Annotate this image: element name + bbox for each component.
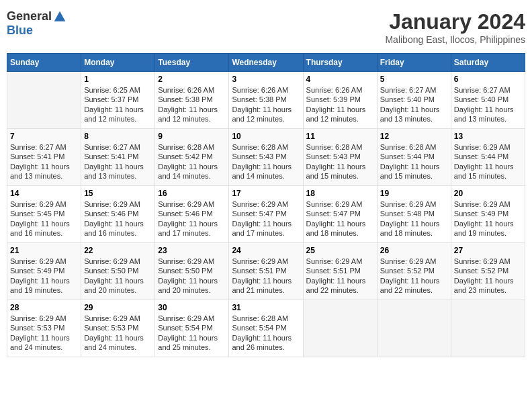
calendar-cell: 9Sunrise: 6:28 AMSunset: 5:42 PMDaylight… (155, 129, 229, 186)
day-info-line: Sunset: 5:44 PM (454, 152, 508, 161)
day-info-line: and 20 minutes. (84, 286, 136, 294)
day-info: Sunrise: 6:29 AMSunset: 5:50 PMDaylight:… (84, 257, 152, 295)
day-info-line: Sunrise: 6:29 AM (454, 257, 511, 265)
calendar-cell: 20Sunrise: 6:29 AMSunset: 5:49 PMDayligh… (451, 186, 525, 243)
day-info-line: Sunset: 5:39 PM (306, 95, 361, 103)
day-info: Sunrise: 6:29 AMSunset: 5:51 PMDaylight:… (306, 257, 374, 295)
day-info-line: Sunrise: 6:26 AM (158, 86, 214, 94)
month-title: January 2024 (385, 9, 525, 34)
calendar-cell: 25Sunrise: 6:29 AMSunset: 5:51 PMDayligh… (303, 243, 377, 300)
day-number: 9 (158, 132, 226, 141)
day-number: 1 (84, 75, 152, 84)
calendar-cell: 19Sunrise: 6:29 AMSunset: 5:48 PMDayligh… (377, 186, 451, 243)
day-info-line: Sunrise: 6:29 AM (232, 257, 288, 265)
day-info-line: Daylight: 11 hours (10, 277, 70, 285)
day-info-line: Daylight: 11 hours (158, 105, 218, 113)
day-info-line: Daylight: 11 hours (232, 105, 292, 113)
day-info-line: Sunrise: 6:29 AM (454, 143, 511, 151)
day-info-line: Daylight: 11 hours (232, 163, 292, 171)
day-info-line: Sunset: 5:46 PM (84, 210, 138, 218)
day-info-line: Sunset: 5:43 PM (232, 152, 286, 161)
calendar-cell: 1Sunrise: 6:25 AMSunset: 5:37 PMDaylight… (81, 72, 155, 129)
day-info-line: Sunset: 5:54 PM (232, 324, 286, 332)
logo-blue-text: Blue (7, 24, 33, 38)
day-info-line: and 19 minutes. (10, 286, 62, 294)
day-info-line: Sunset: 5:50 PM (158, 267, 212, 275)
day-info-line: and 18 minutes. (306, 229, 359, 237)
day-info: Sunrise: 6:29 AMSunset: 5:45 PMDaylight:… (10, 199, 78, 238)
day-info-line: Sunrise: 6:29 AM (10, 200, 66, 208)
day-number: 17 (232, 189, 300, 198)
day-info: Sunrise: 6:29 AMSunset: 5:49 PMDaylight:… (10, 257, 78, 295)
day-info-line: Sunrise: 6:29 AM (158, 200, 214, 208)
day-info-line: Sunset: 5:40 PM (454, 95, 508, 103)
day-info: Sunrise: 6:29 AMSunset: 5:46 PMDaylight:… (158, 199, 226, 238)
day-number: 15 (84, 189, 152, 198)
day-info-line: Sunset: 5:42 PM (158, 152, 212, 161)
day-info-line: Daylight: 11 hours (454, 163, 514, 171)
calendar-cell: 6Sunrise: 6:27 AMSunset: 5:40 PMDaylight… (451, 72, 525, 129)
day-info-line: Sunset: 5:49 PM (10, 267, 64, 275)
day-info-line: Sunset: 5:46 PM (158, 210, 212, 218)
calendar-cell: 10Sunrise: 6:28 AMSunset: 5:43 PMDayligh… (229, 129, 303, 186)
day-info-line: Sunrise: 6:26 AM (232, 86, 288, 94)
calendar-cell: 23Sunrise: 6:29 AMSunset: 5:50 PMDayligh… (155, 243, 229, 300)
calendar-cell: 28Sunrise: 6:29 AMSunset: 5:53 PMDayligh… (7, 300, 81, 357)
day-info-line: and 12 minutes. (158, 115, 210, 123)
calendar-cell: 31Sunrise: 6:28 AMSunset: 5:54 PMDayligh… (229, 300, 303, 357)
day-info-line: and 12 minutes. (306, 115, 359, 123)
day-info-line: Sunrise: 6:27 AM (84, 143, 140, 151)
day-info-line: and 12 minutes. (232, 115, 284, 123)
day-info-line: Sunrise: 6:29 AM (10, 314, 66, 322)
day-number: 14 (10, 189, 78, 198)
day-info-line: Daylight: 11 hours (10, 220, 70, 228)
logo-general-text: General (7, 9, 52, 24)
day-info-line: Sunset: 5:49 PM (454, 210, 508, 218)
calendar-week-row: 28Sunrise: 6:29 AMSunset: 5:53 PMDayligh… (7, 300, 525, 357)
day-info-line: and 22 minutes. (380, 286, 433, 294)
day-number: 21 (10, 246, 78, 255)
day-number: 20 (454, 189, 522, 198)
day-info: Sunrise: 6:29 AMSunset: 5:46 PMDaylight:… (84, 199, 152, 238)
day-info-line: Sunrise: 6:27 AM (380, 86, 437, 94)
day-number: 24 (232, 246, 300, 255)
day-info-line: and 14 minutes. (232, 172, 284, 180)
day-info-line: Sunrise: 6:25 AM (84, 86, 140, 94)
day-info-line: Daylight: 11 hours (380, 163, 440, 171)
day-number: 12 (380, 132, 448, 141)
day-info-line: Sunset: 5:37 PM (84, 95, 138, 103)
calendar-cell (377, 300, 451, 357)
day-info: Sunrise: 6:29 AMSunset: 5:53 PMDaylight:… (84, 314, 152, 352)
day-info-line: and 24 minutes. (84, 343, 136, 351)
day-info-line: and 18 minutes. (380, 229, 433, 237)
day-info-line: and 19 minutes. (454, 229, 506, 237)
day-number: 6 (454, 75, 522, 84)
day-number: 13 (454, 132, 522, 141)
day-info-line: and 12 minutes. (84, 115, 136, 123)
logo-icon (53, 10, 66, 24)
calendar-cell: 5Sunrise: 6:27 AMSunset: 5:40 PMDaylight… (377, 72, 451, 129)
day-info: Sunrise: 6:29 AMSunset: 5:53 PMDaylight:… (10, 314, 78, 352)
calendar-cell (7, 72, 81, 129)
day-info-line: Sunset: 5:47 PM (232, 210, 286, 218)
day-info-line: Daylight: 11 hours (306, 220, 366, 228)
day-info-line: and 13 minutes. (10, 172, 62, 180)
page-header: General Blue January 2024 Malibong East,… (7, 7, 525, 48)
day-info-line: Daylight: 11 hours (10, 334, 70, 342)
calendar-cell: 14Sunrise: 6:29 AMSunset: 5:45 PMDayligh… (7, 186, 81, 243)
day-info-line: Daylight: 11 hours (306, 277, 366, 285)
day-info-line: Sunrise: 6:29 AM (84, 200, 140, 208)
day-info-line: Daylight: 11 hours (158, 163, 218, 171)
calendar-cell: 26Sunrise: 6:29 AMSunset: 5:52 PMDayligh… (377, 243, 451, 300)
day-number: 2 (158, 75, 226, 84)
day-info: Sunrise: 6:26 AMSunset: 5:38 PMDaylight:… (158, 85, 226, 124)
title-section: January 2024 Malibong East, Ilocos, Phil… (385, 9, 525, 45)
day-info-line: Sunset: 5:38 PM (232, 95, 286, 103)
calendar-cell: 27Sunrise: 6:29 AMSunset: 5:52 PMDayligh… (451, 243, 525, 300)
day-info-line: Daylight: 11 hours (380, 220, 440, 228)
day-info-line: Sunset: 5:45 PM (10, 210, 64, 218)
day-info-line: Daylight: 11 hours (10, 163, 70, 171)
day-info-line: Sunrise: 6:29 AM (454, 200, 511, 208)
day-info: Sunrise: 6:28 AMSunset: 5:43 PMDaylight:… (306, 142, 374, 181)
day-info: Sunrise: 6:26 AMSunset: 5:39 PMDaylight:… (306, 85, 374, 124)
